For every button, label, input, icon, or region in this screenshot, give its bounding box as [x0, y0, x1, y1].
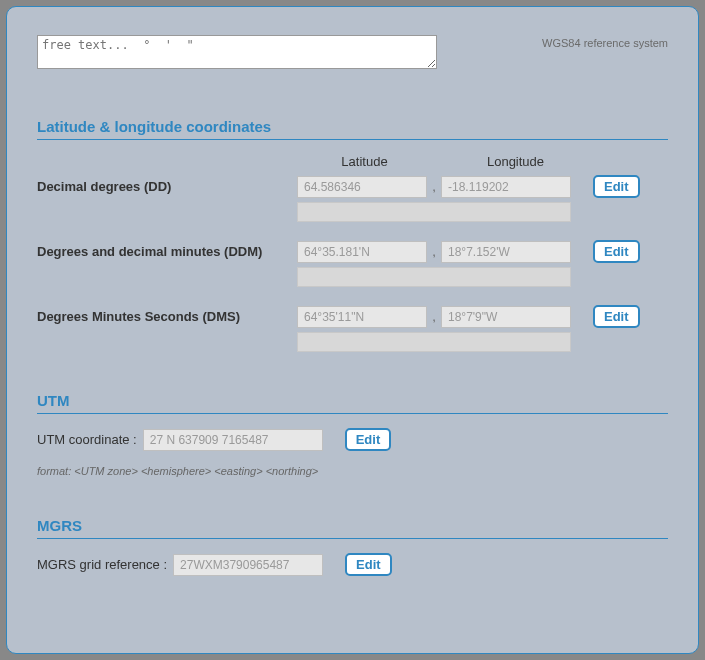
row-dms: Degrees Minutes Seconds (DMS) , Edit [37, 305, 668, 328]
dms-longitude-input[interactable] [441, 306, 571, 328]
mgrs-input[interactable] [173, 554, 323, 576]
dd-longitude-input[interactable] [441, 176, 571, 198]
separator: , [427, 244, 441, 259]
dms-latitude-input[interactable] [297, 306, 427, 328]
reference-system-label: WGS84 reference system [542, 37, 668, 49]
utm-input[interactable] [143, 429, 323, 451]
dd-latitude-input[interactable] [297, 176, 427, 198]
dms-subrow [37, 332, 668, 352]
divider [37, 538, 668, 539]
ddm-label: Degrees and decimal minutes (DDM) [37, 244, 297, 259]
utm-format-note: format: <UTM zone> <hemisphere> <easting… [37, 465, 668, 477]
mgrs-label: MGRS grid reference : [37, 557, 167, 572]
utm-edit-button[interactable]: Edit [345, 428, 392, 451]
utm-label: UTM coordinate : [37, 432, 137, 447]
dms-blank-field [297, 332, 571, 352]
dd-label: Decimal degrees (DD) [37, 179, 297, 194]
dd-edit-button[interactable]: Edit [593, 175, 640, 198]
divider [37, 413, 668, 414]
row-ddm: Degrees and decimal minutes (DDM) , Edit [37, 240, 668, 263]
section-title-utm: UTM [37, 392, 668, 409]
ddm-latitude-input[interactable] [297, 241, 427, 263]
section-title-latlon: Latitude & longitude coordinates [37, 118, 668, 135]
row-mgrs: MGRS grid reference : Edit [37, 553, 668, 576]
dd-blank-field [297, 202, 571, 222]
section-title-mgrs: MGRS [37, 517, 668, 534]
dms-label: Degrees Minutes Seconds (DMS) [37, 309, 297, 324]
ddm-edit-button[interactable]: Edit [593, 240, 640, 263]
dms-edit-button[interactable]: Edit [593, 305, 640, 328]
ddm-subrow [37, 267, 668, 287]
ddm-blank-field [297, 267, 571, 287]
ddm-longitude-input[interactable] [441, 241, 571, 263]
mgrs-edit-button[interactable]: Edit [345, 553, 392, 576]
coordinates-panel: WGS84 reference system Latitude & longit… [6, 6, 699, 654]
divider [37, 139, 668, 140]
column-header-longitude: Longitude [448, 154, 583, 169]
separator: , [427, 179, 441, 194]
dd-subrow [37, 202, 668, 222]
column-header-latitude: Latitude [297, 154, 432, 169]
row-utm: UTM coordinate : Edit [37, 428, 668, 451]
separator: , [427, 309, 441, 324]
free-text-input[interactable] [37, 35, 437, 69]
latlon-column-headers: Latitude Longitude [37, 154, 668, 169]
row-dd: Decimal degrees (DD) , Edit [37, 175, 668, 198]
